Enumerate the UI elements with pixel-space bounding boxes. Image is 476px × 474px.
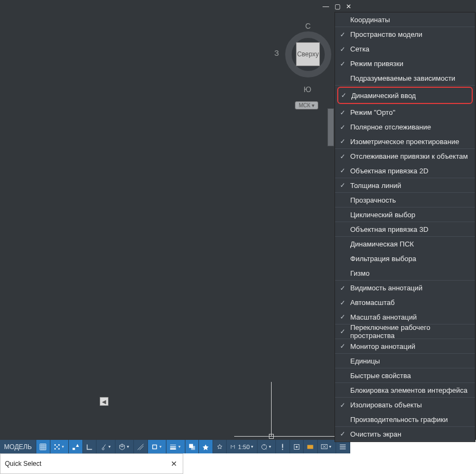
- snap-mode-button[interactable]: ▾: [50, 440, 69, 453]
- menu-item[interactable]: Прозрачность: [335, 193, 475, 207]
- maximize-button[interactable]: ▢: [335, 3, 340, 10]
- panel-title: Quick Select: [5, 460, 41, 467]
- view-cube-top[interactable]: Сверху: [296, 42, 320, 66]
- view-cube-north[interactable]: С: [305, 22, 311, 30]
- transparency-button[interactable]: [185, 440, 199, 453]
- menu-item-label: Подразумеваемые зависимости: [350, 74, 455, 82]
- svg-rect-6: [152, 445, 156, 449]
- menu-item-label: Объектная привязка 2D: [350, 167, 428, 175]
- menu-item[interactable]: Единицы: [335, 354, 475, 368]
- menu-item[interactable]: ✓Переключение рабочего пространства: [335, 324, 475, 339]
- menu-item-label: Производительность графики: [350, 415, 448, 424]
- menu-item[interactable]: ✓Автомасштаб: [335, 295, 475, 310]
- menu-item-label: Изолировать объекты: [350, 401, 422, 409]
- check-icon: ✓: [340, 124, 345, 131]
- menu-item[interactable]: ✓Объектная привязка 2D: [335, 164, 475, 178]
- menu-item-label: Полярное отслеживание: [350, 123, 431, 131]
- menu-item-label: Циклический выбор: [350, 211, 415, 219]
- annotation-scale-button[interactable]: 1:50▾: [227, 440, 258, 453]
- isometric-drafting-button[interactable]: ▾: [115, 440, 134, 453]
- svg-rect-8: [191, 446, 195, 450]
- menu-item-label: Фильтрация выбора: [350, 255, 416, 263]
- isolate-objects-button[interactable]: [290, 440, 304, 453]
- menu-item-label: Изометрическое проектирование: [350, 138, 459, 146]
- menu-item[interactable]: ✓Изолировать объекты: [335, 398, 475, 412]
- menu-item[interactable]: ✓Масштаб аннотаций: [335, 310, 475, 324]
- menu-item[interactable]: Динамическая ПСК: [335, 237, 475, 251]
- menu-item[interactable]: ✓Сетка: [335, 42, 475, 56]
- lineweight-button[interactable]: ▾: [166, 440, 185, 453]
- panel-close-button[interactable]: ✕: [171, 459, 177, 468]
- menu-item[interactable]: Объектная привязка 3D: [335, 222, 475, 237]
- menu-item[interactable]: ✓Режим "Орто": [335, 105, 475, 120]
- svg-point-1: [58, 444, 60, 446]
- menu-item-label: Прозрачность: [350, 196, 396, 204]
- menu-item-label: Режим привязки: [350, 60, 403, 68]
- svg-point-11: [295, 446, 298, 448]
- scroll-left-button[interactable]: ◀: [100, 397, 108, 406]
- menu-item-label: Быстрые свойства: [350, 372, 411, 380]
- check-icon: ✓: [340, 299, 345, 307]
- menu-item[interactable]: Циклический выбор: [335, 207, 475, 222]
- menu-item[interactable]: Фильтрация выбора: [335, 251, 475, 266]
- menu-item[interactable]: ✓Пространство модели: [335, 27, 475, 42]
- menu-item-label: Единицы: [350, 357, 380, 365]
- model-space-button[interactable]: МОДЕЛЬ: [0, 440, 36, 453]
- check-icon: ✓: [341, 92, 346, 99]
- check-icon: ✓: [340, 401, 345, 409]
- view-cube-west[interactable]: З: [274, 49, 279, 57]
- object-snap-tracking-button[interactable]: [134, 440, 147, 453]
- menu-item-label: Динамическая ПСК: [350, 240, 414, 248]
- svg-point-0: [54, 444, 56, 446]
- svg-point-5: [102, 447, 105, 450]
- ortho-mode-button[interactable]: [83, 440, 97, 453]
- menu-item[interactable]: ✓Полярное отслеживание: [335, 120, 475, 134]
- menu-item-label: Толщина линий: [350, 181, 401, 190]
- graphics-performance-button[interactable]: [304, 440, 317, 453]
- menu-item[interactable]: Гизмо: [335, 266, 475, 281]
- check-icon: ✓: [340, 109, 345, 116]
- menu-item[interactable]: Подразумеваемые зависимости: [335, 71, 475, 86]
- menu-item-label: Объектная привязка 3D: [350, 225, 428, 233]
- annotation-monitor-button[interactable]: [276, 440, 290, 453]
- menu-item-label: Гизмо: [350, 269, 370, 277]
- menu-item-label: Координаты: [350, 16, 390, 24]
- polar-tracking-button[interactable]: ▾: [97, 440, 115, 453]
- menu-item-label: Отслеживание привязки к объектам: [350, 152, 468, 160]
- menu-item-label: Блокировка элементов интерфейса: [350, 386, 467, 394]
- menu-item[interactable]: ✓Изометрическое проектирование: [335, 134, 475, 149]
- menu-item[interactable]: Производительность графики: [335, 412, 475, 427]
- menu-item[interactable]: ✓Очистить экран: [335, 427, 475, 441]
- window-controls: — ▢ ✕: [323, 3, 351, 10]
- menu-item[interactable]: ✓Толщина линий: [335, 178, 475, 193]
- svg-rect-12: [307, 445, 313, 449]
- check-icon: ✓: [340, 342, 345, 350]
- annotation-visibility-button[interactable]: [199, 440, 213, 453]
- check-icon: ✓: [340, 167, 345, 174]
- menu-item[interactable]: ✓Монитор аннотаций: [335, 339, 475, 354]
- navigation-bar-scroll[interactable]: [327, 108, 334, 146]
- menu-item[interactable]: Блокировка элементов интерфейса: [335, 383, 475, 398]
- clean-screen-button[interactable]: ▾: [318, 440, 337, 453]
- check-icon: ✓: [340, 284, 345, 292]
- menu-item[interactable]: ✓Видимость аннотаций: [335, 281, 475, 295]
- menu-item[interactable]: Координаты: [335, 12, 475, 27]
- close-button[interactable]: ✕: [346, 3, 351, 10]
- autoscale-button[interactable]: [213, 440, 227, 453]
- ucs-badge[interactable]: МСК ▾: [295, 101, 318, 109]
- menu-item-label: Переключение рабочего пространства: [350, 323, 475, 340]
- grid-display-button[interactable]: [36, 440, 50, 453]
- menu-item[interactable]: ✓Режим привязки: [335, 56, 475, 71]
- menu-item[interactable]: ✓Отслеживание привязки к объектам: [335, 149, 475, 164]
- osnap-button[interactable]: ▾: [148, 440, 167, 453]
- dynamic-input-button[interactable]: [69, 440, 82, 453]
- menu-item[interactable]: ✓Динамический ввод: [337, 87, 473, 104]
- svg-point-4: [56, 446, 57, 447]
- workspace-switch-button[interactable]: ▾: [258, 440, 276, 453]
- menu-item[interactable]: Быстрые свойства: [335, 368, 475, 383]
- menu-item-label: Пространство модели: [350, 30, 422, 38]
- view-cube-south[interactable]: Ю: [304, 85, 311, 94]
- view-cube[interactable]: Сверху С Ю З В: [275, 22, 338, 84]
- minimize-button[interactable]: —: [323, 3, 329, 10]
- check-icon: ✓: [340, 181, 345, 189]
